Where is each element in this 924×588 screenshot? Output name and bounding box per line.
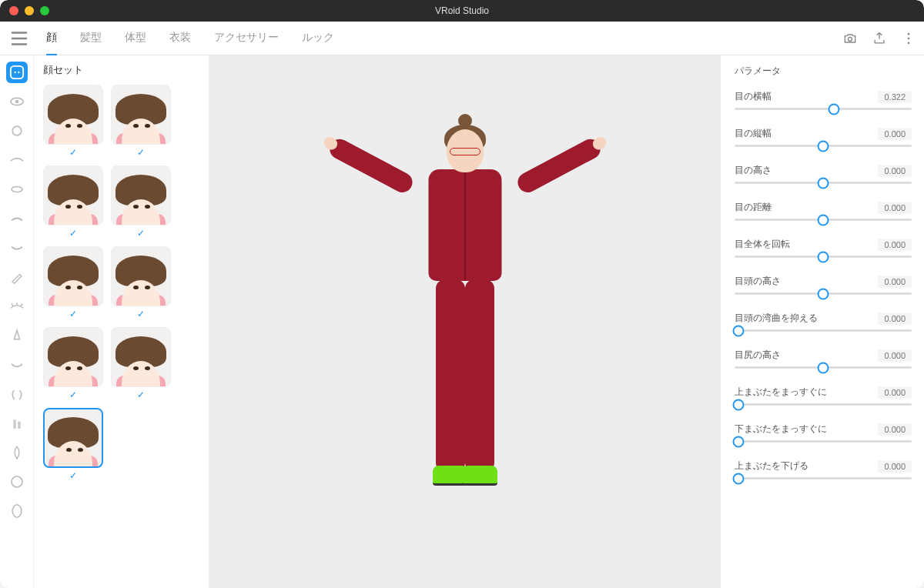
category-cheek[interactable]: [6, 413, 28, 434]
check-icon: ✓: [69, 147, 77, 158]
preset-face-1[interactable]: ✓: [111, 85, 171, 158]
parameter-panel-title: パラメータ: [735, 65, 912, 78]
preset-face-2[interactable]: ✓: [43, 165, 103, 239]
param-label: 目の高さ: [735, 164, 772, 177]
slider-thumb[interactable]: [818, 140, 829, 152]
category-eyebrow-lower[interactable]: [6, 237, 28, 259]
param-slider[interactable]: [735, 182, 912, 184]
slider-thumb[interactable]: [818, 362, 829, 373]
minimize-button[interactable]: [25, 6, 34, 15]
category-eyelid[interactable]: [6, 149, 28, 171]
slider-thumb[interactable]: [818, 177, 829, 189]
slider-thumb[interactable]: [818, 251, 829, 262]
param-label: 目全体を回転: [735, 238, 790, 251]
tab-3[interactable]: 衣装: [169, 22, 191, 55]
close-button[interactable]: [9, 6, 18, 15]
param-slider[interactable]: [735, 477, 912, 479]
param-slider[interactable]: [735, 366, 912, 369]
menu-button[interactable]: [8, 27, 31, 50]
preset-face-4[interactable]: ✓: [43, 246, 103, 319]
param-row-7: 目尻の高さ0.000: [735, 349, 912, 369]
param-value[interactable]: 0.000: [878, 276, 912, 288]
export-button[interactable]: [872, 31, 887, 46]
preset-face-0[interactable]: ✓: [43, 85, 103, 158]
export-icon: [872, 31, 887, 46]
param-value[interactable]: 0.000: [878, 349, 912, 362]
param-value[interactable]: 0.000: [878, 460, 912, 473]
category-face-set[interactable]: [6, 62, 28, 83]
check-icon: ✓: [69, 389, 77, 400]
param-value[interactable]: 0.000: [878, 386, 912, 399]
slider-thumb[interactable]: [732, 436, 744, 447]
preset-face-6[interactable]: ✓: [43, 327, 103, 400]
tab-2[interactable]: 体型: [125, 22, 146, 55]
param-label: 目頭の高さ: [735, 275, 781, 288]
tab-4[interactable]: アクセサリー: [214, 22, 279, 55]
check-icon: ✓: [137, 228, 145, 239]
category-eyeline[interactable]: [6, 296, 28, 317]
param-row-10: 上まぶたを下げる0.000: [735, 459, 912, 479]
param-value[interactable]: 0.000: [878, 128, 912, 140]
param-row-8: 上まぶたをまっすぐに0.000: [735, 386, 912, 406]
slider-thumb[interactable]: [732, 399, 744, 410]
category-head[interactable]: [6, 500, 28, 522]
preset-face-7[interactable]: ✓: [111, 327, 171, 400]
param-label: 上まぶたをまっすぐに: [735, 386, 827, 399]
svg-point-6: [18, 72, 19, 73]
param-label: 目尻の高さ: [735, 349, 781, 362]
svg-rect-12: [18, 422, 20, 429]
check-icon: ✓: [137, 147, 145, 158]
category-eyelash[interactable]: [6, 179, 28, 200]
hamburger-icon: [8, 27, 31, 50]
slider-thumb[interactable]: [818, 288, 829, 299]
param-slider[interactable]: [735, 292, 912, 295]
param-slider[interactable]: [735, 219, 912, 221]
slider-thumb[interactable]: [732, 473, 744, 484]
param-value[interactable]: 0.000: [878, 165, 912, 177]
param-label: 上まぶたを下げる: [735, 459, 808, 473]
category-outline[interactable]: [6, 471, 28, 493]
svg-point-3: [908, 42, 910, 44]
toolbar: 顔髪型体型衣装アクセサリールック: [0, 22, 924, 55]
more-button[interactable]: [901, 31, 916, 46]
category-eyebrow-upper[interactable]: [6, 208, 28, 229]
category-tool-a[interactable]: [6, 442, 28, 463]
preset-face-8[interactable]: ✓: [43, 408, 103, 481]
param-slider[interactable]: [735, 403, 912, 406]
category-iris[interactable]: [6, 120, 28, 142]
slider-thumb[interactable]: [828, 103, 839, 115]
param-slider[interactable]: [735, 329, 912, 332]
preset-face-3[interactable]: ✓: [111, 165, 171, 239]
svg-point-10: [12, 187, 22, 192]
check-icon: ✓: [137, 389, 145, 400]
param-value[interactable]: 0.000: [878, 312, 912, 325]
check-icon: ✓: [69, 309, 77, 319]
preset-face-5[interactable]: ✓: [111, 246, 171, 319]
category-ears[interactable]: [6, 383, 28, 405]
slider-thumb[interactable]: [818, 214, 829, 226]
window-title: VRoid Studio: [435, 5, 489, 16]
viewport-3d[interactable]: [209, 55, 720, 588]
category-makeup[interactable]: [6, 266, 28, 288]
category-eyes[interactable]: [6, 91, 28, 112]
param-value[interactable]: 0.000: [878, 239, 912, 251]
param-label: 下まぶたをまっすぐに: [735, 423, 827, 436]
param-slider[interactable]: [735, 145, 912, 147]
maximize-button[interactable]: [40, 6, 49, 15]
slider-thumb[interactable]: [732, 325, 744, 336]
param-slider[interactable]: [735, 108, 912, 110]
param-slider[interactable]: [735, 440, 912, 443]
tab-0[interactable]: 顔: [46, 22, 57, 55]
tab-5[interactable]: ルック: [302, 22, 334, 55]
tab-1[interactable]: 髪型: [80, 22, 102, 55]
preset-panel: 顔セット ✓✓✓✓✓✓✓✓✓: [34, 55, 209, 588]
param-value[interactable]: 0.000: [878, 202, 912, 214]
category-mouth[interactable]: [6, 354, 28, 376]
parameter-panel: パラメータ 目の横幅0.322目の縦幅0.000目の高さ0.000目の距離0.0…: [720, 55, 924, 588]
param-slider[interactable]: [735, 256, 912, 258]
param-value[interactable]: 0.000: [878, 423, 912, 436]
svg-rect-11: [13, 419, 16, 429]
camera-button[interactable]: [842, 31, 858, 46]
category-nose[interactable]: [6, 325, 28, 346]
param-value[interactable]: 0.322: [878, 91, 912, 103]
